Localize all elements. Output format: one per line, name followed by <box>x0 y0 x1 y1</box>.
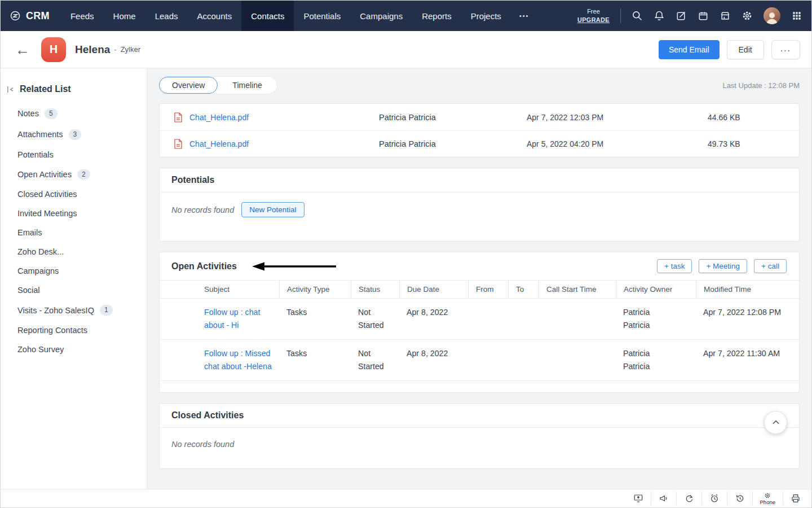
attachment-date: Apr 7, 2022 12:03 PM <box>527 113 708 122</box>
row-spacer <box>160 340 204 380</box>
sidebar-item-zoho-desk[interactable]: Zoho Desk... <box>17 242 147 261</box>
nav-item-campaigns[interactable]: Campaigns <box>350 1 412 31</box>
add-task-button[interactable]: + task <box>657 259 692 273</box>
potentials-header: Potentials <box>160 168 799 192</box>
main-content: Overview Timeline Last Update : 12:08 PM… <box>147 68 811 490</box>
attachment-owner: Patricia Patricia <box>379 113 527 122</box>
activity-row: Follow up : chat about - Hi Tasks Not St… <box>160 299 799 340</box>
free-label: Free <box>577 7 610 16</box>
sidebar-item-invited-meetings[interactable]: Invited Meetings <box>17 204 147 223</box>
collapse-panel-icon[interactable] <box>6 85 15 94</box>
compose-icon[interactable] <box>676 10 687 21</box>
sidebar-item-label: Notes <box>17 109 39 118</box>
screen-share-icon[interactable] <box>626 492 651 505</box>
nav-item-feeds[interactable]: Feeds <box>61 1 104 31</box>
top-navigation: CRM Feeds Home Leads Accounts Contacts P… <box>1 1 811 31</box>
activity-type-cell: Tasks <box>279 340 351 380</box>
column-header-to: To <box>508 281 539 298</box>
tab-overview[interactable]: Overview <box>159 77 218 94</box>
attachments-card: Chat_Helena.pdf Patricia Patricia Apr 7,… <box>159 103 800 157</box>
nav-item-projects[interactable]: Projects <box>461 1 511 31</box>
nav-item-contacts[interactable]: Contacts <box>241 1 294 31</box>
more-actions-button[interactable]: ... <box>771 40 800 59</box>
attachment-size: 44.66 KB <box>708 113 799 122</box>
sidebar-item-visits-zoho-salesiq[interactable]: Visits - Zoho SalesIQ 1 <box>17 300 147 321</box>
sidebar-item-zoho-survey[interactable]: Zoho Survey <box>17 340 147 359</box>
nav-item-leads[interactable]: Leads <box>145 1 188 31</box>
no-records-text: No records found <box>171 440 234 449</box>
send-email-button[interactable]: Send Email <box>659 40 720 59</box>
nav-item-home[interactable]: Home <box>104 1 145 31</box>
activity-to-cell <box>508 340 539 380</box>
bell-icon[interactable] <box>654 10 665 21</box>
sidebar-item-open-activities[interactable]: Open Activities 2 <box>17 164 147 185</box>
new-potential-button[interactable]: New Potential <box>241 202 304 217</box>
sidebar-item-campaigns[interactable]: Campaigns <box>17 261 147 281</box>
calendar-icon[interactable] <box>698 10 709 21</box>
activity-modified-cell: Apr 7, 2022 12:08 PM <box>696 299 799 339</box>
nav-item-reports[interactable]: Reports <box>412 1 461 31</box>
history-icon[interactable] <box>727 492 752 505</box>
activity-subject-link[interactable]: Follow up : chat about - Hi <box>204 308 260 330</box>
activity-subject-link[interactable]: Follow up : Missed chat about -Helena <box>204 349 272 371</box>
attachment-size: 49.73 KB <box>708 139 799 148</box>
column-header-call-start-time: Call Start Time <box>539 281 616 298</box>
phone-settings-item[interactable]: Phone <box>752 492 783 505</box>
sidebar-title-row: Related List <box>1 77 147 101</box>
add-call-button[interactable]: + call <box>754 259 787 273</box>
printer-icon[interactable] <box>783 492 808 505</box>
sidebar-item-potentials[interactable]: Potentials <box>17 145 147 164</box>
activity-type-cell: Tasks <box>279 299 351 339</box>
potentials-card: Potentials No records found New Potentia… <box>159 168 800 242</box>
phone-label: Phone <box>760 500 775 505</box>
sidebar-item-notes[interactable]: Notes 5 <box>17 103 147 124</box>
apps-grid-icon[interactable] <box>791 10 802 21</box>
column-header-modified-time: Modified Time <box>696 281 799 298</box>
add-meeting-button[interactable]: + Meeting <box>699 259 747 273</box>
sidebar-item-social[interactable]: Social <box>17 281 147 300</box>
user-avatar[interactable] <box>764 7 780 24</box>
activity-subject-cell: Follow up : chat about - Hi <box>204 299 279 339</box>
sidebar-item-label: Reporting Contacts <box>17 326 87 335</box>
sidebar-item-label: Closed Activities <box>17 190 77 199</box>
sidebar-item-closed-activities[interactable]: Closed Activities <box>17 185 147 204</box>
nav-item-potentials[interactable]: Potentials <box>294 1 350 31</box>
activity-call-start-cell <box>539 299 616 339</box>
store-icon[interactable] <box>720 10 731 21</box>
pdf-file-icon <box>174 112 183 122</box>
main-nav: Feeds Home Leads Accounts Contacts Poten… <box>61 1 538 31</box>
nav-right-cluster: Free UPGRADE <box>577 1 811 31</box>
attachment-link[interactable]: Chat_Helena.pdf <box>189 139 249 148</box>
related-list-sidebar: Related List Notes 5 Attachments 3 Poten… <box>1 68 147 490</box>
sidebar-item-label: Zoho Desk... <box>17 247 64 256</box>
nav-more-icon[interactable]: ••• <box>511 1 538 31</box>
redo-icon[interactable] <box>676 492 701 505</box>
tab-timeline[interactable]: Timeline <box>218 77 276 94</box>
count-badge: 5 <box>45 108 58 119</box>
upgrade-label: UPGRADE <box>577 16 610 24</box>
nav-item-accounts[interactable]: Accounts <box>188 1 242 31</box>
annotation-arrow-icon <box>251 261 337 271</box>
edit-button[interactable]: Edit <box>727 40 764 59</box>
activities-table-header: Subject Activity Type Status Due Date Fr… <box>160 281 799 299</box>
gear-icon[interactable] <box>742 10 753 21</box>
attachment-row: Chat_Helena.pdf Patricia Patricia Apr 5,… <box>160 130 799 157</box>
search-icon[interactable] <box>632 10 643 21</box>
count-badge: 2 <box>77 169 90 180</box>
sidebar-item-attachments[interactable]: Attachments 3 <box>17 124 147 145</box>
record-header: ← H Helena - Zylker Send Email Edit ... <box>1 31 811 68</box>
brand[interactable]: CRM <box>1 1 61 31</box>
sidebar-item-emails[interactable]: Emails <box>17 223 147 242</box>
upgrade-link[interactable]: Free UPGRADE <box>577 7 610 24</box>
attachment-file-cell: Chat_Helena.pdf <box>160 139 379 149</box>
brand-label: CRM <box>26 10 50 22</box>
contact-avatar: H <box>41 37 66 62</box>
announcement-icon[interactable] <box>651 492 676 505</box>
scroll-to-top-button[interactable] <box>764 411 787 434</box>
view-tabs: Overview Timeline <box>159 77 277 94</box>
back-arrow-icon[interactable]: ← <box>15 42 30 57</box>
open-activities-buttons: + task + Meeting + call <box>657 259 787 273</box>
sidebar-item-reporting-contacts[interactable]: Reporting Contacts <box>17 321 147 340</box>
alarm-clock-icon[interactable] <box>701 492 727 505</box>
attachment-link[interactable]: Chat_Helena.pdf <box>189 113 249 122</box>
